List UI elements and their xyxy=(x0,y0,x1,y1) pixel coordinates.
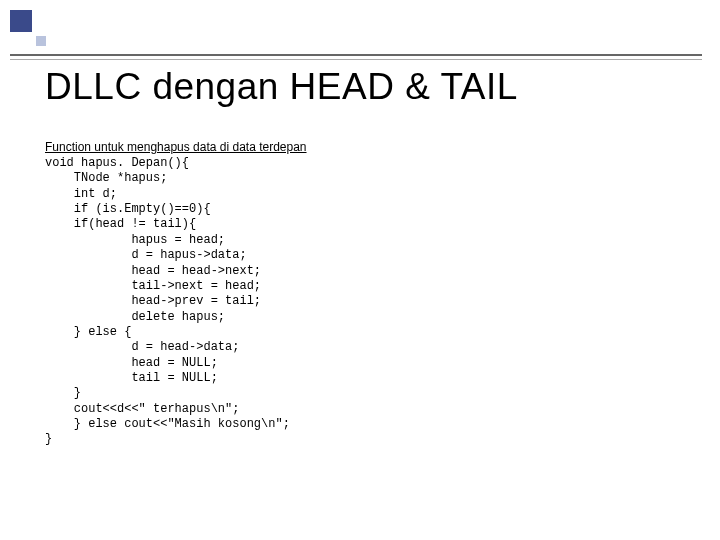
slide-title: DLLC dengan HEAD & TAIL xyxy=(45,66,700,108)
square-icon xyxy=(36,36,46,46)
corner-decoration xyxy=(10,10,70,50)
slide-body: Function untuk menghapus data di data te… xyxy=(45,140,700,448)
square-icon xyxy=(10,10,32,32)
divider xyxy=(10,54,702,60)
code-block: void hapus. Depan(){ TNode *hapus; int d… xyxy=(45,156,700,448)
subheading: Function untuk menghapus data di data te… xyxy=(45,140,700,154)
slide: DLLC dengan HEAD & TAIL Function untuk m… xyxy=(0,0,720,540)
